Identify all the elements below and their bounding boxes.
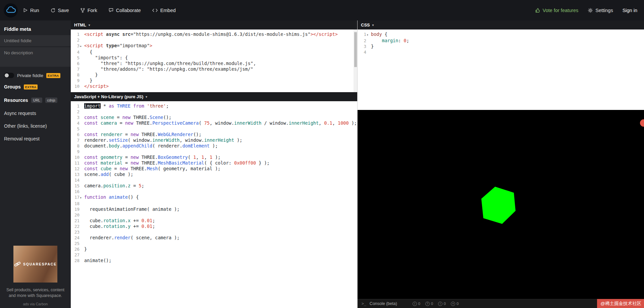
code-line[interactable]: 25 (71, 241, 357, 246)
css-editor[interactable]: 1▾body {2 margin: 0;3}4 (358, 29, 644, 55)
code-text: const camera = new THREE.PerspectiveCame… (84, 120, 357, 126)
code-token: ); (210, 143, 218, 148)
ad-image[interactable]: SQUARESPACE (13, 246, 57, 283)
sidebar-item-async-requests[interactable]: Async requests (0, 107, 71, 120)
left-column: HTML ▾ 1<script async src="https://unpkg… (71, 20, 357, 308)
fork-button[interactable]: Fork (80, 8, 97, 13)
settings-label: Settings (595, 8, 613, 13)
floating-badge[interactable] (640, 119, 644, 127)
sign-in-link[interactable]: Sign in (623, 8, 637, 13)
sidebar-item-groups[interactable]: Groups EXTRA (0, 80, 71, 94)
code-line[interactable]: 23 (71, 229, 357, 235)
code-line[interactable]: 21 cube.rotation.x += 0.01; (71, 218, 357, 224)
code-line[interactable]: 3const scene = new THREE.Scene(); (71, 115, 357, 120)
console-counter[interactable]: i0 (413, 302, 420, 306)
code-line[interactable]: 7renderer.setSize( window.innerWidth, wi… (71, 137, 357, 143)
code-line[interactable]: 3} (358, 44, 644, 49)
settings-button[interactable]: Settings (588, 8, 613, 13)
code-token: ( (199, 120, 204, 126)
save-button[interactable]: Save (51, 8, 69, 13)
groups-label: Groups (4, 84, 21, 89)
private-fiddle-toggle[interactable] (4, 73, 14, 78)
ad-text[interactable]: Sell products, services, content and mor… (6, 287, 65, 299)
css-panel-header[interactable]: CSS ▾ (358, 20, 644, 29)
code-line[interactable]: 19 requestAnimationFrame( animate ); (71, 206, 357, 212)
code-token: requestAnimationFrame( animate ); (84, 206, 179, 212)
code-text: renderer.setSize( window.innerWidth, win… (84, 137, 242, 143)
code-line[interactable]: 1▾body { (358, 32, 644, 38)
code-line[interactable]: 11const material = new THREE.MeshBasicMa… (71, 160, 357, 166)
fold-arrow-icon[interactable]: ▾ (80, 195, 84, 201)
code-token (84, 66, 101, 72)
code-line[interactable]: 1import * as THREE from 'three'; (71, 103, 357, 109)
javascript-editor[interactable]: 1import * as THREE from 'three';23const … (71, 101, 357, 263)
code-line[interactable]: 27 (71, 252, 357, 258)
ad-brand: SQUARESPACE (23, 262, 57, 266)
collaborate-button[interactable]: Collaborate (109, 8, 141, 13)
code-line[interactable]: 13scene.add( cube ); (71, 172, 357, 177)
code-line[interactable]: 22 cube.rotation.y += 0.01; (71, 224, 357, 229)
code-line[interactable]: 4const camera = new THREE.PerspectiveCam… (71, 120, 357, 126)
code-line[interactable]: 4 (358, 49, 644, 55)
html-editor[interactable]: 1<script async src="https://unpkg.com/es… (71, 29, 357, 89)
html-editor-scrollbar[interactable] (354, 29, 357, 92)
code-line[interactable]: 15camera.position.z = 5; (71, 183, 357, 189)
code-line[interactable]: 18 (71, 201, 357, 206)
code-line[interactable]: 6 "three": "https://unpkg.com/three/buil… (71, 61, 357, 66)
code-line[interactable]: 3▾<script type="importmap"> (71, 43, 357, 49)
carbon-ad: SQUARESPACE Sell products, services, con… (0, 246, 71, 306)
code-line[interactable]: 2 margin: 0; (358, 38, 644, 44)
code-line[interactable]: 10const geometry = new THREE.BoxGeometry… (71, 155, 357, 160)
code-token: renderer. (84, 137, 109, 143)
fold-arrow-icon[interactable]: ▾ (80, 44, 84, 49)
sidebar-item-other-links-license[interactable]: Other (links, license) (0, 120, 71, 132)
code-line[interactable]: 4 { (71, 49, 357, 55)
code-text: "three/addons/": "https://unpkg.com/thre… (84, 66, 253, 72)
code-line[interactable]: 12const cube = new THREE.Mesh( geometry,… (71, 166, 357, 172)
code-line[interactable]: 16 (71, 189, 357, 194)
code-line[interactable]: 8 } (71, 72, 357, 78)
run-button[interactable]: Run (23, 8, 39, 13)
fiddle-title-input[interactable] (0, 35, 71, 46)
code-line[interactable]: 5 "imports": { (71, 55, 357, 61)
ad-attribution[interactable]: ads via Carbon (0, 302, 71, 306)
code-line[interactable]: 2 (71, 37, 357, 43)
code-line[interactable]: 26} (71, 246, 357, 252)
console-counter[interactable]: ×0 (451, 302, 459, 306)
code-token: "https://unpkg.com/es-module-shims@1.6.3… (133, 32, 310, 37)
html-panel-header[interactable]: HTML ▾ (71, 20, 357, 29)
jsfiddle-logo[interactable] (3, 3, 18, 18)
code-line[interactable]: 5 (71, 126, 357, 132)
code-token: material (101, 160, 122, 166)
javascript-panel: JavaScript + No-Library (pure JS) ▾ 1imp… (71, 92, 357, 308)
code-line[interactable]: 6const renderer = new THREE.WebGLRendere… (71, 132, 357, 137)
line-number: 1 (71, 103, 84, 109)
scrollbar-thumb[interactable] (354, 32, 357, 67)
code-line[interactable]: 2 (71, 109, 357, 115)
gear-icon (588, 8, 593, 13)
url-badge[interactable]: URL (31, 98, 42, 103)
code-line[interactable]: 1<script async src="https://unpkg.com/es… (71, 32, 357, 37)
console-counter[interactable]: !0 (438, 302, 446, 306)
fold-arrow-icon[interactable]: ▾ (367, 32, 371, 38)
sidebar-item-resources[interactable]: Resources URL cdnjs (0, 94, 71, 107)
code-line[interactable]: 17▾function animate() { (71, 194, 357, 201)
code-line[interactable]: 9 (71, 149, 357, 155)
code-line[interactable]: 9 } (71, 78, 357, 83)
code-line[interactable]: 8document.body.appendChild( renderer.dom… (71, 143, 357, 149)
code-line[interactable]: 20 (71, 212, 357, 218)
code-line[interactable]: 10</script> (71, 83, 357, 89)
console-counter[interactable]: ?0 (425, 302, 433, 306)
embed-button[interactable]: Embed (152, 8, 176, 13)
sidebar-item-removal-request[interactable]: Removal request (0, 132, 71, 145)
code-line[interactable]: 28animate(); (71, 258, 357, 263)
code-line[interactable]: 14 (71, 177, 357, 183)
code-token: ); (349, 120, 357, 126)
vote-for-features-link[interactable]: Vote for features (535, 8, 578, 13)
cdnjs-badge[interactable]: cdnjs (45, 98, 58, 103)
javascript-panel-header[interactable]: JavaScript + No-Library (pure JS) ▾ (71, 92, 357, 101)
code-line[interactable]: 24 renderer.render( scene, camera ); (71, 235, 357, 241)
fiddle-description-input[interactable] (0, 47, 71, 67)
code-token: ); (234, 137, 242, 143)
code-line[interactable]: 7 "three/addons/": "https://unpkg.com/th… (71, 66, 357, 72)
